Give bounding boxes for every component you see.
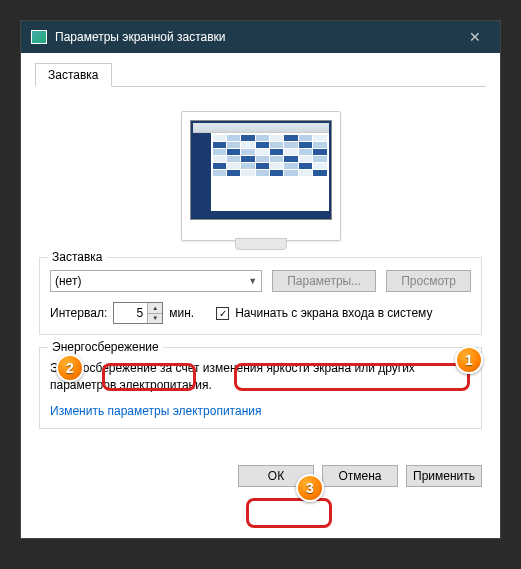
badge-3: 3	[296, 474, 324, 502]
screensaver-group-label: Заставка	[48, 250, 107, 264]
apply-button[interactable]: Применить	[406, 465, 482, 487]
power-settings-link[interactable]: Изменить параметры электропитания	[50, 404, 471, 418]
spin-down-icon[interactable]: ▼	[148, 314, 162, 324]
power-group: Энергосбережение Энергосбережение за сче…	[39, 347, 482, 429]
resume-label: Начинать с экрана входа в систему	[235, 306, 432, 320]
monitor-preview	[181, 111, 341, 241]
badge-2: 2	[56, 354, 84, 382]
chevron-down-icon: ▼	[248, 276, 257, 286]
dialog-buttons: ОК Отмена Применить	[21, 455, 500, 497]
resume-checkbox[interactable]: ✓	[216, 307, 229, 320]
screensaver-group: Заставка (нет) ▼ Параметры... Просмотр И…	[39, 257, 482, 335]
cancel-button[interactable]: Отмена	[322, 465, 398, 487]
content: Заставка (нет) ▼ Параметры... Просмотр И…	[21, 87, 500, 455]
interval-label: Интервал:	[50, 306, 107, 320]
titlebar[interactable]: Параметры экранной заставки ✕	[21, 21, 500, 53]
close-icon[interactable]: ✕	[460, 29, 490, 45]
preview-button: Просмотр	[386, 270, 471, 292]
power-group-label: Энергосбережение	[48, 340, 163, 354]
badge-1: 1	[455, 346, 483, 374]
interval-input[interactable]	[114, 303, 147, 323]
interval-unit: мин.	[169, 306, 194, 320]
window-icon	[31, 30, 47, 44]
screensaver-select-value: (нет)	[55, 274, 81, 288]
power-description: Энергосбережение за счет изменения яркос…	[50, 360, 471, 394]
screensaver-select[interactable]: (нет) ▼	[50, 270, 262, 292]
screensaver-settings-window: Параметры экранной заставки ✕ Заставка	[20, 20, 501, 539]
window-title: Параметры экранной заставки	[55, 30, 460, 44]
tab-row: Заставка	[21, 53, 500, 87]
tab-screensaver[interactable]: Заставка	[35, 63, 112, 87]
interval-spinner[interactable]: ▲ ▼	[113, 302, 163, 324]
settings-button: Параметры...	[272, 270, 376, 292]
preview-area	[39, 101, 482, 257]
spin-up-icon[interactable]: ▲	[148, 303, 162, 314]
